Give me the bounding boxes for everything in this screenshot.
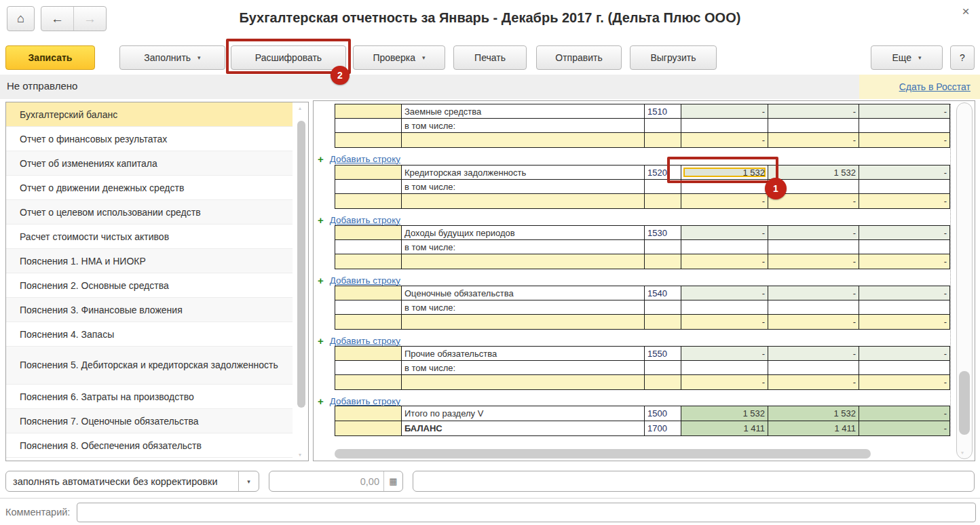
value-cell[interactable]: - <box>768 375 859 390</box>
decrypt-button[interactable]: Расшифровать <box>231 45 346 70</box>
row-code-input[interactable] <box>645 194 681 209</box>
flag-cell[interactable] <box>335 104 402 119</box>
sidebar-item-capital-changes[interactable]: Отчет об изменениях капитала <box>6 151 293 176</box>
value-cell[interactable]: - <box>859 226 950 240</box>
flag-cell[interactable] <box>335 286 402 300</box>
sidebar-item-balance[interactable]: Бухгалтерский баланс <box>6 102 293 127</box>
row-code-input[interactable] <box>645 375 681 390</box>
value-cell[interactable]: - <box>768 286 859 300</box>
print-button[interactable]: Печать <box>453 45 527 70</box>
value-cell[interactable]: - <box>768 315 859 330</box>
extra-input[interactable] <box>413 471 975 492</box>
send-button[interactable]: Отправить <box>536 45 622 70</box>
scroll-down-icon[interactable]: ▾ <box>299 452 301 458</box>
value-cell[interactable]: - <box>681 194 768 209</box>
forward-button[interactable]: → <box>74 7 106 31</box>
total-value-cell[interactable]: 1 411 <box>681 421 768 436</box>
flag-cell[interactable] <box>335 254 402 269</box>
add-row-link[interactable]: Добавить строку <box>330 396 400 406</box>
value-cell[interactable]: - <box>681 286 768 300</box>
sidebar-item-note4[interactable]: Пояснения 4. Запасы <box>6 322 293 347</box>
value-cell[interactable]: - <box>859 286 950 300</box>
add-row-link[interactable]: Добавить строку <box>330 154 400 164</box>
sidebar-scrollbar-thumb[interactable] <box>297 121 305 408</box>
home-button[interactable]: ⌂ <box>7 6 35 31</box>
value-cell[interactable]: - <box>681 254 768 269</box>
total-value-cell[interactable]: 1 532 <box>681 406 768 421</box>
total-value-cell[interactable]: - <box>859 421 950 436</box>
value-cell[interactable]: - <box>681 315 768 330</box>
row-name-input[interactable] <box>402 315 645 330</box>
fill-button[interactable]: Заполнить ▾ <box>119 45 225 70</box>
comment-input[interactable] <box>77 503 976 522</box>
sidebar-item-target-use[interactable]: Отчет о целевом использовании средств <box>6 200 293 225</box>
sidebar-item-note3[interactable]: Пояснения 3. Финансовые вложения <box>6 298 293 322</box>
row-code-input[interactable] <box>645 133 681 148</box>
calculator-icon[interactable]: ▦ <box>383 471 402 491</box>
total-value-cell[interactable]: - <box>859 406 950 421</box>
flag-cell[interactable] <box>335 347 402 361</box>
flag-cell[interactable] <box>335 194 402 209</box>
flag-cell[interactable] <box>335 133 402 148</box>
amount-field[interactable]: 0,00 ▦ <box>269 471 403 492</box>
sidebar-item-note7[interactable]: Пояснения 7. Оценочные обязательства <box>6 409 293 433</box>
sidebar-item-note8[interactable]: Пояснения 8. Обеспечения обязательств <box>6 433 293 458</box>
sidebar-item-note5[interactable]: Пояснения 5. Дебиторская и кредиторская … <box>6 347 293 385</box>
value-cell[interactable]: - <box>681 133 768 148</box>
value-cell[interactable]: - <box>859 315 950 330</box>
chevron-down-icon[interactable]: ▾ <box>238 471 259 491</box>
scroll-up-icon[interactable]: ▴ <box>299 105 301 111</box>
row-name-input[interactable] <box>402 375 645 390</box>
add-row-link[interactable]: Добавить строку <box>330 336 400 346</box>
scroll-down-icon[interactable]: ▾ <box>961 450 964 456</box>
value-cell[interactable]: - <box>859 133 950 148</box>
value-cell[interactable]: - <box>768 347 859 361</box>
flag-cell[interactable] <box>335 375 402 390</box>
horizontal-scrollbar-thumb[interactable] <box>335 449 871 459</box>
value-cell[interactable]: - <box>859 254 950 269</box>
value-cell[interactable]: - <box>859 194 950 209</box>
value-cell[interactable]: - <box>681 226 768 240</box>
value-cell[interactable]: - <box>859 347 950 361</box>
value-cell[interactable]: - <box>768 133 859 148</box>
total-value-cell[interactable]: 1 411 <box>768 421 859 436</box>
back-button[interactable]: ← <box>41 7 74 31</box>
vertical-scrollbar-thumb[interactable] <box>959 371 970 435</box>
row-name-input[interactable] <box>402 254 645 269</box>
save-button[interactable]: Записать <box>5 45 95 70</box>
value-cell[interactable]: - <box>859 166 950 180</box>
check-button[interactable]: Проверка ▾ <box>353 45 445 70</box>
fill-mode-select[interactable]: заполнять автоматически без корректировк… <box>5 471 259 492</box>
close-icon[interactable]: × <box>957 4 975 22</box>
rosstat-link[interactable]: Сдать в Росстат <box>899 81 970 92</box>
sidebar-item-note6[interactable]: Пояснения 6. Затраты на производство <box>6 385 293 409</box>
flag-cell[interactable] <box>335 166 402 180</box>
row-code-input[interactable] <box>645 315 681 330</box>
row-name-input[interactable] <box>402 194 645 209</box>
value-cell[interactable]: 1 532 <box>768 166 859 180</box>
value-cell[interactable]: - <box>859 375 950 390</box>
sidebar-item-note2[interactable]: Пояснения 2. Основные средства <box>6 273 293 298</box>
export-button[interactable]: Выгрузить <box>630 45 717 70</box>
row-name-input[interactable] <box>402 133 645 148</box>
sidebar-item-fin-results[interactable]: Отчет о финансовых результатах <box>6 127 293 151</box>
total-value-cell[interactable]: 1 532 <box>768 406 859 421</box>
selected-value-cell[interactable]: 1 532 <box>681 166 768 180</box>
value-cell[interactable]: - <box>681 375 768 390</box>
sidebar-item-note1[interactable]: Пояснения 1. НМА и НИОКР <box>6 249 293 273</box>
sidebar-item-cash-flow[interactable]: Отчет о движении денежных средств <box>6 176 293 200</box>
value-cell[interactable]: - <box>768 226 859 240</box>
value-cell[interactable]: - <box>768 254 859 269</box>
value-cell[interactable]: - <box>859 104 950 119</box>
flag-cell[interactable] <box>335 315 402 330</box>
more-button[interactable]: Еще ▾ <box>871 45 943 70</box>
add-row-link[interactable]: Добавить строку <box>330 275 400 286</box>
value-cell[interactable]: - <box>768 104 859 119</box>
flag-cell[interactable] <box>335 226 402 240</box>
value-cell[interactable]: - <box>681 104 768 119</box>
sidebar-item-net-assets[interactable]: Расчет стоимости чистых активов <box>6 225 293 249</box>
add-row-link[interactable]: Добавить строку <box>330 215 400 225</box>
row-code-input[interactable] <box>645 254 681 269</box>
value-cell[interactable]: - <box>681 347 768 361</box>
help-button[interactable]: ? <box>950 45 975 70</box>
